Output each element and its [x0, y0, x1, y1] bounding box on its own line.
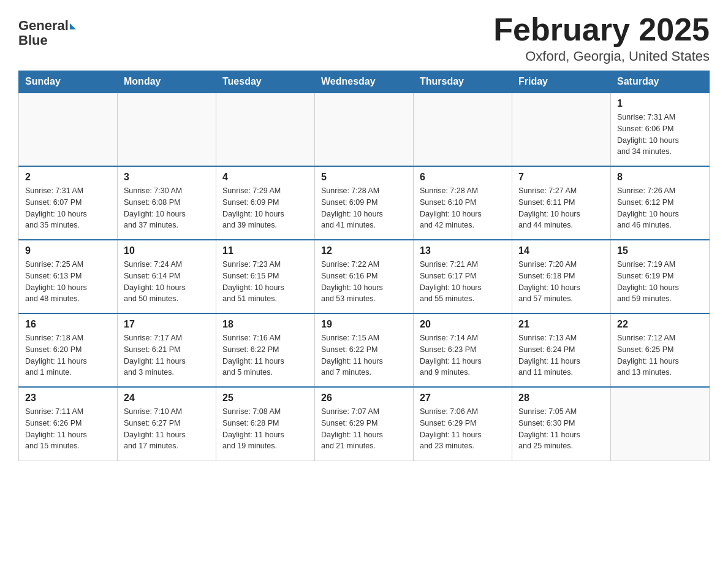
day-number: 24 — [124, 393, 210, 404]
day-info: Sunrise: 7:13 AM Sunset: 6:24 PM Dayligh… — [518, 332, 604, 378]
day-info: Sunrise: 7:16 AM Sunset: 6:22 PM Dayligh… — [222, 332, 308, 378]
day-info: Sunrise: 7:07 AM Sunset: 6:29 PM Dayligh… — [321, 406, 407, 452]
calendar-cell-w2-d5: 6Sunrise: 7:28 AM Sunset: 6:10 PM Daylig… — [414, 166, 512, 240]
day-number: 27 — [420, 393, 506, 404]
day-number: 2 — [25, 172, 111, 183]
calendar-week-5: 23Sunrise: 7:11 AM Sunset: 6:26 PM Dayli… — [19, 387, 710, 461]
header-sunday: Sunday — [19, 71, 118, 93]
day-number: 26 — [321, 393, 407, 404]
calendar-cell-w1-d6 — [512, 93, 611, 166]
day-number: 28 — [518, 393, 604, 404]
day-number: 1 — [617, 98, 703, 109]
calendar-cell-w1-d2 — [118, 93, 216, 166]
day-number: 7 — [518, 172, 604, 183]
header-friday: Friday — [512, 71, 611, 93]
day-info: Sunrise: 7:28 AM Sunset: 6:10 PM Dayligh… — [420, 185, 506, 231]
calendar-cell-w5-d1: 23Sunrise: 7:11 AM Sunset: 6:26 PM Dayli… — [19, 387, 118, 461]
day-info: Sunrise: 7:10 AM Sunset: 6:27 PM Dayligh… — [124, 406, 210, 452]
calendar-cell-w4-d1: 16Sunrise: 7:18 AM Sunset: 6:20 PM Dayli… — [19, 313, 118, 387]
day-number: 4 — [222, 172, 308, 183]
calendar-cell-w4-d5: 20Sunrise: 7:14 AM Sunset: 6:23 PM Dayli… — [414, 313, 512, 387]
day-info: Sunrise: 7:24 AM Sunset: 6:14 PM Dayligh… — [124, 259, 210, 305]
calendar-week-1: 1Sunrise: 7:31 AM Sunset: 6:06 PM Daylig… — [19, 93, 710, 166]
calendar-cell-w4-d6: 21Sunrise: 7:13 AM Sunset: 6:24 PM Dayli… — [512, 313, 611, 387]
calendar-cell-w5-d2: 24Sunrise: 7:10 AM Sunset: 6:27 PM Dayli… — [118, 387, 216, 461]
header-saturday: Saturday — [611, 71, 710, 93]
calendar-week-4: 16Sunrise: 7:18 AM Sunset: 6:20 PM Dayli… — [19, 313, 710, 387]
calendar-cell-w1-d7: 1Sunrise: 7:31 AM Sunset: 6:06 PM Daylig… — [611, 93, 710, 166]
day-number: 11 — [222, 245, 308, 256]
calendar-cell-w4-d4: 19Sunrise: 7:15 AM Sunset: 6:22 PM Dayli… — [315, 313, 414, 387]
logo-triangle-icon — [70, 23, 76, 29]
day-info: Sunrise: 7:18 AM Sunset: 6:20 PM Dayligh… — [25, 332, 111, 378]
title-block: February 2025 Oxford, Georgia, United St… — [493, 12, 710, 64]
day-number: 21 — [518, 319, 604, 330]
page-title: February 2025 — [493, 12, 710, 47]
day-number: 17 — [124, 319, 210, 330]
logo: General Blue — [18, 18, 76, 48]
day-number: 20 — [420, 319, 506, 330]
day-info: Sunrise: 7:14 AM Sunset: 6:23 PM Dayligh… — [420, 332, 506, 378]
day-info: Sunrise: 7:23 AM Sunset: 6:15 PM Dayligh… — [222, 259, 308, 305]
day-info: Sunrise: 7:08 AM Sunset: 6:28 PM Dayligh… — [222, 406, 308, 452]
calendar-cell-w3-d7: 15Sunrise: 7:19 AM Sunset: 6:19 PM Dayli… — [611, 240, 710, 313]
logo-line2: Blue — [18, 33, 76, 48]
day-info: Sunrise: 7:27 AM Sunset: 6:11 PM Dayligh… — [518, 185, 604, 231]
header-wednesday: Wednesday — [315, 71, 414, 93]
calendar-cell-w4-d2: 17Sunrise: 7:17 AM Sunset: 6:21 PM Dayli… — [118, 313, 216, 387]
calendar-cell-w2-d7: 8Sunrise: 7:26 AM Sunset: 6:12 PM Daylig… — [611, 166, 710, 240]
day-info: Sunrise: 7:21 AM Sunset: 6:17 PM Dayligh… — [420, 259, 506, 305]
day-number: 5 — [321, 172, 407, 183]
day-info: Sunrise: 7:06 AM Sunset: 6:29 PM Dayligh… — [420, 406, 506, 452]
calendar-cell-w5-d3: 25Sunrise: 7:08 AM Sunset: 6:28 PM Dayli… — [216, 387, 315, 461]
day-info: Sunrise: 7:12 AM Sunset: 6:25 PM Dayligh… — [617, 332, 703, 378]
calendar-cell-w2-d1: 2Sunrise: 7:31 AM Sunset: 6:07 PM Daylig… — [19, 166, 118, 240]
calendar-cell-w1-d5 — [414, 93, 512, 166]
day-info: Sunrise: 7:25 AM Sunset: 6:13 PM Dayligh… — [25, 259, 111, 305]
day-info: Sunrise: 7:19 AM Sunset: 6:19 PM Dayligh… — [617, 259, 703, 305]
day-info: Sunrise: 7:22 AM Sunset: 6:16 PM Dayligh… — [321, 259, 407, 305]
day-info: Sunrise: 7:17 AM Sunset: 6:21 PM Dayligh… — [124, 332, 210, 378]
day-number: 15 — [617, 245, 703, 256]
day-number: 12 — [321, 245, 407, 256]
day-number: 9 — [25, 245, 111, 256]
calendar-cell-w2-d2: 3Sunrise: 7:30 AM Sunset: 6:08 PM Daylig… — [118, 166, 216, 240]
day-number: 13 — [420, 245, 506, 256]
calendar-cell-w4-d3: 18Sunrise: 7:16 AM Sunset: 6:22 PM Dayli… — [216, 313, 315, 387]
day-info: Sunrise: 7:11 AM Sunset: 6:26 PM Dayligh… — [25, 406, 111, 452]
day-number: 3 — [124, 172, 210, 183]
calendar-cell-w3-d5: 13Sunrise: 7:21 AM Sunset: 6:17 PM Dayli… — [414, 240, 512, 313]
calendar-cell-w2-d6: 7Sunrise: 7:27 AM Sunset: 6:11 PM Daylig… — [512, 166, 611, 240]
day-number: 6 — [420, 172, 506, 183]
day-info: Sunrise: 7:28 AM Sunset: 6:09 PM Dayligh… — [321, 185, 407, 231]
day-info: Sunrise: 7:31 AM Sunset: 6:07 PM Dayligh… — [25, 185, 111, 231]
calendar-cell-w5-d4: 26Sunrise: 7:07 AM Sunset: 6:29 PM Dayli… — [315, 387, 414, 461]
day-info: Sunrise: 7:31 AM Sunset: 6:06 PM Dayligh… — [617, 112, 703, 158]
day-number: 8 — [617, 172, 703, 183]
calendar-cell-w3-d3: 11Sunrise: 7:23 AM Sunset: 6:15 PM Dayli… — [216, 240, 315, 313]
calendar-cell-w1-d3 — [216, 93, 315, 166]
calendar-week-3: 9Sunrise: 7:25 AM Sunset: 6:13 PM Daylig… — [19, 240, 710, 313]
calendar-cell-w1-d4 — [315, 93, 414, 166]
calendar-week-2: 2Sunrise: 7:31 AM Sunset: 6:07 PM Daylig… — [19, 166, 710, 240]
day-info: Sunrise: 7:29 AM Sunset: 6:09 PM Dayligh… — [222, 185, 308, 231]
calendar-cell-w3-d4: 12Sunrise: 7:22 AM Sunset: 6:16 PM Dayli… — [315, 240, 414, 313]
header-tuesday: Tuesday — [216, 71, 315, 93]
day-number: 19 — [321, 319, 407, 330]
calendar-cell-w3-d6: 14Sunrise: 7:20 AM Sunset: 6:18 PM Dayli… — [512, 240, 611, 313]
calendar-cell-w5-d5: 27Sunrise: 7:06 AM Sunset: 6:29 PM Dayli… — [414, 387, 512, 461]
day-number: 23 — [25, 393, 111, 404]
day-number: 18 — [222, 319, 308, 330]
page-subtitle: Oxford, Georgia, United States — [493, 48, 710, 64]
header-monday: Monday — [118, 71, 216, 93]
day-info: Sunrise: 7:05 AM Sunset: 6:30 PM Dayligh… — [518, 406, 604, 452]
calendar-cell-w5-d7 — [611, 387, 710, 461]
day-number: 14 — [518, 245, 604, 256]
calendar-cell-w2-d3: 4Sunrise: 7:29 AM Sunset: 6:09 PM Daylig… — [216, 166, 315, 240]
calendar-header-row: Sunday Monday Tuesday Wednesday Thursday… — [19, 71, 710, 93]
logo-text-general: General — [18, 18, 69, 33]
calendar-table: Sunday Monday Tuesday Wednesday Thursday… — [18, 71, 710, 461]
logo-text-blue: Blue — [18, 33, 48, 48]
day-number: 22 — [617, 319, 703, 330]
day-number: 16 — [25, 319, 111, 330]
